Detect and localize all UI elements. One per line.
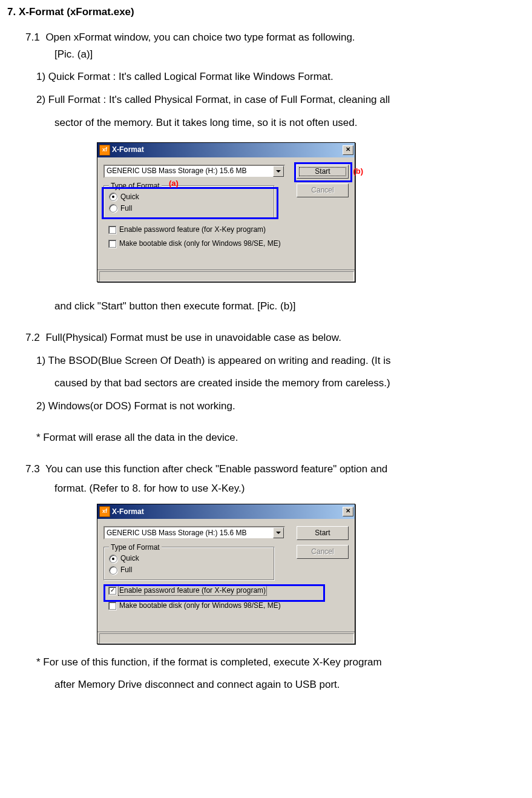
- section-text: Full(Physical) Format must be use in una…: [45, 332, 341, 343]
- drive-dropdown-value: GENERIC USB Mass Storage (H:) 15.6 MB: [107, 528, 273, 538]
- section-number: 7.2: [25, 332, 40, 343]
- window-title: X-Format: [112, 507, 144, 517]
- list-item: 1) Quick Format : It's called Logical Fo…: [36, 70, 525, 84]
- window-title: X-Format: [112, 145, 144, 155]
- cancel-button-label: Cancel: [311, 547, 333, 556]
- app-icon: xf: [99, 145, 110, 156]
- annotation-a: (a): [169, 178, 179, 189]
- drive-dropdown[interactable]: GENERIC USB Mass Storage (H:) 15.6 MB: [103, 526, 285, 539]
- xformat-dialog-2: xf X-Format ✕ GENERIC USB Mass Storage (…: [97, 504, 525, 644]
- section-text: Open xFormat window, you can choice two …: [45, 31, 355, 43]
- annotation-b: (b): [353, 166, 363, 177]
- close-button[interactable]: ✕: [343, 507, 353, 516]
- section-7-1: 7.1 Open xFormat window, you can choice …: [25, 30, 525, 45]
- note: * Format will erase all the data in the …: [36, 430, 525, 445]
- drive-dropdown[interactable]: GENERIC USB Mass Storage (H:) 15.6 MB: [103, 165, 285, 178]
- checkbox-bootable[interactable]: [108, 602, 116, 610]
- drive-dropdown-value: GENERIC USB Mass Storage (H:) 15.6 MB: [107, 166, 273, 176]
- status-bar: [97, 631, 355, 644]
- checkbox-password-label: Enable password feature (for X-Key progr…: [119, 225, 266, 235]
- xformat-dialog-1: xf X-Format ✕ GENERIC USB Mass Storage (…: [97, 142, 525, 282]
- radio-full[interactable]: [109, 566, 117, 575]
- checkbox-bootable-label: Make bootable disk (only for Windows 98/…: [119, 239, 281, 249]
- checkbox-bootable[interactable]: [108, 240, 116, 248]
- list-item-cont: sector of the memory. But it takes long …: [54, 116, 525, 130]
- section-text-cont: format. (Refer to 8. for how to use X-Ke…: [54, 481, 525, 496]
- section-text: You can use this function after check "E…: [45, 463, 387, 475]
- radio-full-label: Full: [120, 565, 132, 575]
- note: * For use of this function, if the forma…: [36, 655, 525, 670]
- list-item-cont: caused by that bad sectors are created i…: [54, 376, 525, 391]
- page-heading: 7. X-Format (xFormat.exe): [7, 5, 525, 19]
- section-number: 7.1: [25, 31, 40, 43]
- titlebar[interactable]: xf X-Format ✕: [97, 143, 355, 157]
- chevron-down-icon[interactable]: [273, 166, 284, 177]
- pic-reference: [Pic. (a)]: [54, 47, 525, 62]
- checkbox-bootable-label: Make bootable disk (only for Windows 98/…: [119, 601, 281, 611]
- radio-quick-label: Quick: [120, 553, 139, 564]
- after-dialog-text: and click "Start" button then execute fo…: [54, 299, 525, 314]
- close-button[interactable]: ✕: [343, 145, 353, 155]
- status-bar: [97, 269, 355, 282]
- list-item: 1) The BSOD(Blue Screen Of Death) is app…: [36, 354, 525, 368]
- titlebar[interactable]: xf X-Format ✕: [97, 504, 355, 519]
- section-7-3: 7.3 You can use this function after chec…: [25, 462, 525, 476]
- app-icon: xf: [99, 506, 110, 517]
- list-item: 2) Full Format : It's called Physical Fo…: [36, 93, 525, 107]
- group-legend: Type of Format: [109, 542, 162, 553]
- checkbox-password[interactable]: [108, 226, 116, 234]
- list-item: 2) Windows(or DOS) Format is not working…: [36, 399, 525, 414]
- cancel-button: Cancel: [297, 545, 349, 559]
- section-7-2: 7.2 Full(Physical) Format must be use in…: [25, 331, 525, 345]
- start-button[interactable]: Start: [297, 526, 349, 540]
- section-number: 7.3: [25, 463, 40, 475]
- chevron-down-icon[interactable]: [273, 527, 284, 538]
- radio-quick[interactable]: [109, 555, 117, 563]
- start-button-label: Start: [315, 529, 330, 537]
- type-of-format-group: Type of Format Quick Full: [103, 547, 275, 581]
- note-cont: after Memory Drive disconnect and connec…: [54, 678, 525, 692]
